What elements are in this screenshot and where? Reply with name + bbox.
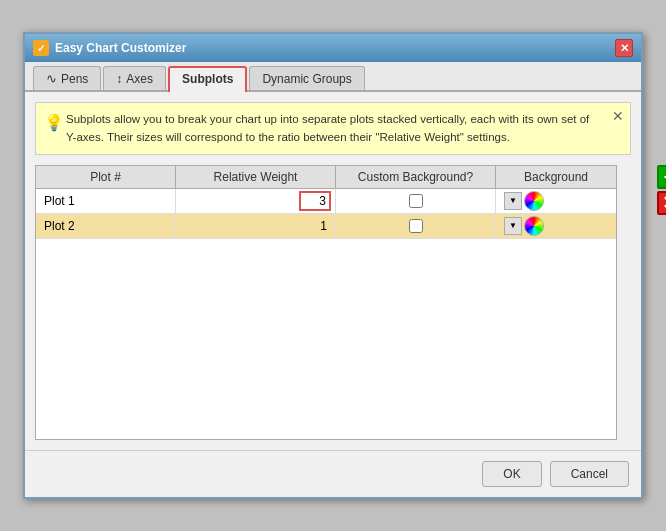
custombg-checkbox-2[interactable] (409, 219, 423, 233)
pens-icon: ∿ (46, 71, 57, 86)
tab-pens[interactable]: ∿ Pens (33, 66, 101, 90)
tab-pens-label: Pens (61, 72, 88, 86)
tab-dynamic-groups-label: Dynamic Groups (262, 72, 351, 86)
bottom-bar: OK Cancel (25, 450, 641, 497)
tab-subplots-label: Subplots (182, 72, 233, 86)
ok-button[interactable]: OK (482, 461, 541, 487)
info-text1: Subplots allow you to break your chart u… (66, 113, 589, 125)
cell-plot2-name: Plot 2 (36, 214, 176, 238)
color-wheel-1[interactable] (524, 191, 544, 211)
tab-axes[interactable]: ↕ Axes (103, 66, 166, 90)
bg-dropdown-arrow-2[interactable]: ▼ (504, 217, 522, 235)
bg-dropdown-2: ▼ (504, 216, 608, 236)
weight-input-1[interactable] (299, 191, 331, 211)
delete-row-button[interactable]: ✕ (657, 191, 666, 215)
window-title: Easy Chart Customizer (55, 41, 186, 55)
tab-dynamic-groups[interactable]: Dynamic Groups (249, 66, 364, 90)
app-icon: ✓ (33, 40, 49, 56)
table-row: Plot 1 ▼ (36, 189, 616, 214)
info-box: 💡 Subplots allow you to break your chart… (35, 102, 631, 155)
tab-axes-label: Axes (126, 72, 153, 86)
cell-plot2-bg: ▼ (496, 214, 616, 238)
side-action-buttons: + ✕ (657, 165, 666, 215)
content-area: 💡 Subplots allow you to break your chart… (25, 92, 641, 450)
add-row-button[interactable]: + (657, 165, 666, 189)
table-container: Plot # Relative Weight Custom Background… (35, 165, 617, 440)
cell-plot2-weight[interactable]: 1 (176, 214, 336, 238)
cell-plot1-weight[interactable] (176, 189, 336, 213)
axes-icon: ↕ (116, 72, 122, 86)
cell-plot1-name: Plot 1 (36, 189, 176, 213)
title-bar: ✓ Easy Chart Customizer ✕ (25, 34, 641, 62)
col-header-background: Background (496, 166, 616, 188)
title-bar-left: ✓ Easy Chart Customizer (33, 40, 186, 56)
table-row: Plot 2 1 ▼ (36, 214, 616, 239)
cell-plot2-custombg[interactable] (336, 214, 496, 238)
color-wheel-2[interactable] (524, 216, 544, 236)
info-close-button[interactable]: ✕ (612, 109, 624, 123)
col-header-custombg: Custom Background? (336, 166, 496, 188)
plots-table: Plot # Relative Weight Custom Background… (35, 165, 617, 440)
close-button[interactable]: ✕ (615, 39, 633, 57)
cancel-button[interactable]: Cancel (550, 461, 629, 487)
info-icon: 💡 (44, 111, 64, 135)
info-text2: Y-axes. Their sizes will correspond to t… (66, 131, 510, 143)
tab-subplots[interactable]: Subplots (168, 66, 247, 92)
cell-plot1-bg: ▼ (496, 189, 616, 213)
col-header-plot: Plot # (36, 166, 176, 188)
col-header-weight: Relative Weight (176, 166, 336, 188)
table-header: Plot # Relative Weight Custom Background… (36, 166, 616, 189)
bg-dropdown-arrow-1[interactable]: ▼ (504, 192, 522, 210)
bg-dropdown-1: ▼ (504, 191, 608, 211)
main-window: ✓ Easy Chart Customizer ✕ ∿ Pens ↕ Axes … (23, 32, 643, 499)
custombg-checkbox-1[interactable] (409, 194, 423, 208)
cell-plot1-custombg[interactable] (336, 189, 496, 213)
tab-bar: ∿ Pens ↕ Axes Subplots Dynamic Groups (25, 62, 641, 92)
table-empty-area (36, 239, 616, 439)
